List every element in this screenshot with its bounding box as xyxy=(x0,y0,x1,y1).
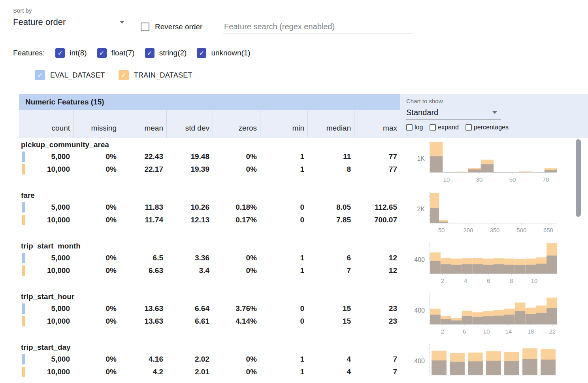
stat-cell: 19.39 xyxy=(166,165,213,174)
stat-cell: 1 xyxy=(260,368,307,376)
feature-type-filters: ✓int(8)✓float(7)✓string(2)✓unknown(1) xyxy=(55,48,260,58)
stat-cell: 0% xyxy=(213,368,260,376)
column-header: min xyxy=(260,110,307,138)
stat-cell: 3.4 xyxy=(166,266,213,275)
dataset-color-chip xyxy=(22,316,25,326)
svg-text:350: 350 xyxy=(490,227,499,233)
feature-type-filter: ✓unknown(1) xyxy=(197,48,250,58)
svg-text:10: 10 xyxy=(483,328,490,335)
stat-cell: 10,000 xyxy=(19,317,73,326)
svg-text:30: 30 xyxy=(476,176,483,183)
dataset-checkbox[interactable]: ✓ xyxy=(35,70,45,80)
chart-option-checkbox[interactable] xyxy=(406,124,413,131)
chart-option: percentages xyxy=(466,124,509,131)
svg-text:6: 6 xyxy=(463,328,466,335)
chart-type-select[interactable]: Standard xyxy=(406,106,501,120)
stat-cell: 6 xyxy=(307,254,354,262)
svg-text:10: 10 xyxy=(531,277,538,284)
stat-cell: 4.2 xyxy=(120,368,166,376)
svg-text:4: 4 xyxy=(464,277,467,284)
dataset-color-chip xyxy=(22,152,25,162)
stat-cell: 0% xyxy=(213,355,260,364)
stat-cell: 4.16 xyxy=(120,355,166,364)
stat-cell: 2.02 xyxy=(166,355,213,364)
dataset-toggle-row: ✓EVAL_DATASET✓TRAIN_DATASET xyxy=(35,65,192,85)
svg-text:2: 2 xyxy=(441,277,444,284)
stat-cell: 0% xyxy=(73,266,120,275)
stat-cell: 7 xyxy=(354,355,400,364)
feature-histogram: 246810400 xyxy=(404,241,586,288)
type-filter-checkbox[interactable]: ✓ xyxy=(97,48,107,58)
dataset-color-chip xyxy=(22,367,25,377)
svg-text:400: 400 xyxy=(414,256,425,263)
stat-cell: 5,000 xyxy=(19,355,73,364)
chart-option-checkbox[interactable] xyxy=(466,124,472,131)
stat-cell: 2.01 xyxy=(166,368,213,376)
stat-cell: 15 xyxy=(307,317,354,326)
stat-cell: 15 xyxy=(307,304,354,313)
sort-by-label: Sort by xyxy=(13,7,128,14)
svg-text:50: 50 xyxy=(438,227,445,233)
svg-text:18: 18 xyxy=(528,328,534,335)
stat-cell: 6.64 xyxy=(166,304,213,313)
histogram-svg: 103050701K xyxy=(404,140,586,187)
stat-cell: 0.18% xyxy=(213,203,260,212)
stat-cell: 77 xyxy=(354,152,400,161)
svg-text:500: 500 xyxy=(516,227,526,233)
stat-cell: 77 xyxy=(354,165,400,174)
stat-cell: 13.63 xyxy=(120,317,166,326)
stat-cell: 6.63 xyxy=(120,266,166,275)
stat-cell: 7.85 xyxy=(307,216,354,224)
stat-cell: 10,000 xyxy=(19,368,73,376)
stat-cell: 8 xyxy=(307,165,354,174)
svg-text:14: 14 xyxy=(505,328,512,335)
dataset-color-chip xyxy=(22,202,25,212)
stat-cell: 0% xyxy=(73,152,120,161)
dataset-checkbox[interactable]: ✓ xyxy=(119,70,129,80)
type-filter-checkbox[interactable]: ✓ xyxy=(197,48,206,58)
chart-option-checkbox[interactable] xyxy=(430,124,436,131)
chart-option-label: log xyxy=(415,124,423,131)
stat-cell: 1 xyxy=(260,152,307,161)
dataset-label: TRAIN_DATASET xyxy=(134,71,192,80)
stat-cell: 0 xyxy=(260,317,307,326)
type-filter-checkbox[interactable]: ✓ xyxy=(55,48,65,58)
stat-cell: 1 xyxy=(260,165,307,174)
stat-cell: 0% xyxy=(213,165,260,174)
features-label: Features: xyxy=(13,49,45,57)
stat-cell: 700.07 xyxy=(354,216,400,224)
table-header: Numeric Features (15) countmissingmeanst… xyxy=(19,94,588,138)
stat-cell: 0% xyxy=(73,304,120,313)
feature-search-input[interactable] xyxy=(223,20,413,34)
sort-by-block: Sort by Feature order xyxy=(13,7,128,31)
reverse-order-checkbox[interactable] xyxy=(141,23,149,31)
chart-option-row: logexpandpercentages xyxy=(406,124,588,131)
stat-cell: 12 xyxy=(354,266,400,275)
column-header: missing xyxy=(73,110,120,138)
stat-cell: 112.65 xyxy=(354,203,400,212)
stat-cell: 4 xyxy=(307,355,354,364)
stat-cell: 10,000 xyxy=(19,216,73,224)
stat-cell: 12.13 xyxy=(166,216,213,224)
column-header: count xyxy=(19,110,73,138)
stat-cell: 0% xyxy=(73,165,120,174)
dataset-toggle: ✓EVAL_DATASET xyxy=(35,70,105,80)
reverse-order-control[interactable]: Reverse order xyxy=(141,23,202,31)
feature-block: pickup_community_area5,0000%22.4319.480%… xyxy=(19,139,588,190)
sort-order-select[interactable]: Feature order xyxy=(13,15,128,31)
stat-cell: 0.17% xyxy=(213,216,260,224)
stat-cell: 0% xyxy=(73,254,120,262)
column-header: zeros xyxy=(213,110,260,138)
stat-cell: 11.83 xyxy=(120,203,166,212)
scrollbar-thumb[interactable] xyxy=(576,139,581,217)
type-filter-label: float(7) xyxy=(111,49,135,57)
type-filter-checkbox[interactable]: ✓ xyxy=(145,48,155,58)
sort-order-value: Feature order xyxy=(13,17,66,27)
type-filter-label: string(2) xyxy=(159,49,187,57)
stat-cell: 0% xyxy=(213,254,260,262)
stat-cell: 23 xyxy=(354,317,400,326)
stat-cell: 0% xyxy=(73,216,120,224)
chart-option-label: percentages xyxy=(474,124,509,131)
chevron-down-icon xyxy=(120,21,124,24)
svg-text:200: 200 xyxy=(463,227,473,233)
